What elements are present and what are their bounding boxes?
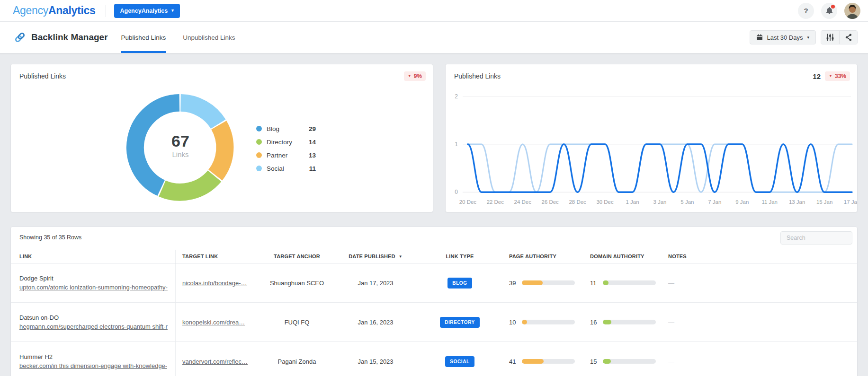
tab-published-links[interactable]: Published Links: [121, 22, 166, 53]
chevron-down-icon: ▾: [171, 9, 174, 13]
page-title: Backlink Manager: [31, 32, 108, 43]
target-link[interactable]: vandervort.com/reflec…: [182, 358, 248, 365]
table-row: Dodge Spirit upton.com/atomic ionization…: [11, 263, 857, 303]
date-range-button[interactable]: Last 30 Days ▾: [750, 30, 816, 44]
tab-bar: Published Links Unpublished Links: [121, 22, 252, 53]
help-button[interactable]: ?: [798, 3, 814, 19]
target-anchor: FUQI FQ: [285, 319, 310, 326]
line-total-value: 12: [813, 72, 821, 80]
x-axis-tick: 3 Jan: [653, 199, 666, 205]
date-published: Jan 16, 2023: [358, 319, 393, 326]
share-button[interactable]: [839, 31, 857, 44]
sliders-icon: [825, 33, 835, 42]
domain-authority-bar-fill: [603, 280, 608, 285]
published-links-trend-card: Published Links 12 ▼ 33% 21020 Dec22 Dec…: [445, 64, 858, 212]
section-toolbar: Backlink Manager Published Links Unpubli…: [0, 22, 868, 53]
donut-segment-directory[interactable]: [162, 176, 215, 192]
link-name: Hummer H2: [19, 353, 53, 360]
link-type-cell: SOCIAL: [416, 342, 503, 376]
domain-authority-value: 16: [590, 319, 599, 326]
page-authority-value: 10: [509, 319, 518, 326]
table-body: Dodge Spirit upton.com/atomic ionization…: [11, 263, 857, 376]
series-previous-period: [468, 144, 852, 192]
legend-label: Directory: [267, 139, 304, 146]
legend-item-directory[interactable]: Directory14: [256, 135, 316, 149]
target-link[interactable]: nicolas.info/bondage-…: [182, 280, 247, 287]
link-name: Datsun on-DO: [19, 314, 59, 321]
target-anchor-cell: FUQI FQ: [259, 303, 335, 341]
legend-item-social[interactable]: Social11: [256, 162, 316, 175]
column-header-domain-authority[interactable]: DOMAIN AUTHORITY: [584, 250, 662, 263]
column-header-target-anchor[interactable]: TARGET ANCHOR: [259, 250, 335, 263]
donut-segment-social[interactable]: [181, 103, 218, 124]
x-axis-tick: 9 Jan: [735, 199, 749, 205]
date-published: Jan 17, 2023: [358, 280, 393, 287]
sort-desc-icon[interactable]: ▼: [399, 254, 403, 259]
column-header-date-published-label: DATE PUBLISHED: [349, 254, 395, 259]
page-authority-value: 39: [509, 280, 518, 287]
line-card-title: Published Links: [454, 72, 501, 80]
link-url[interactable]: hegmann.com/supercharged electrons-quant…: [19, 323, 168, 330]
notes-value: —: [668, 319, 674, 326]
agencyanalytics-logo[interactable]: AgencyAnalytics: [13, 4, 96, 17]
dashboard-main: Published Links ▼ 9% 67 Links Blog29Dire…: [0, 53, 868, 376]
donut-card-header: Published Links ▼ 9%: [11, 64, 433, 81]
link-url[interactable]: becker.com/in this dimension-engage with…: [19, 362, 167, 369]
series-current-period: [468, 144, 852, 192]
target-link[interactable]: konopelski.com/drea…: [182, 319, 245, 326]
table-header-row: LINK TARGET LINK TARGET ANCHOR DATE PUBL…: [11, 250, 857, 263]
x-axis-tick: 7 Jan: [708, 199, 721, 205]
notes-value: —: [668, 358, 674, 365]
domain-authority-value: 11: [590, 280, 599, 287]
domain-authority-bar-fill: [603, 320, 611, 324]
column-header-domain-authority-label: DOMAIN AUTHORITY: [590, 254, 644, 259]
page-authority-bar: [522, 359, 575, 364]
donut-segment-partner[interactable]: [215, 125, 225, 175]
column-header-link-type[interactable]: LINK TYPE: [416, 250, 503, 263]
link-type-badge: BLOG: [447, 278, 472, 289]
social-dot-icon: [256, 166, 262, 171]
x-axis-tick: 30 Dec: [596, 199, 614, 205]
filter-settings-button[interactable]: [821, 31, 839, 44]
column-header-notes[interactable]: NOTES: [662, 250, 857, 263]
user-avatar[interactable]: [844, 3, 860, 19]
notifications-button[interactable]: [821, 3, 837, 19]
toolbar-button-group: [821, 30, 858, 44]
search-input[interactable]: [780, 231, 852, 245]
logo-part-agency: Agency: [13, 4, 48, 17]
target-anchor: Pagani Zonda: [278, 358, 316, 365]
trend-down-icon: ▼: [408, 74, 412, 78]
y-axis-tick: 0: [455, 189, 458, 195]
donut-card-title: Published Links: [19, 72, 66, 80]
column-header-page-authority[interactable]: PAGE AUTHORITY: [503, 250, 584, 263]
legend-value: 14: [304, 139, 316, 146]
target-link-cell: vandervort.com/reflec…: [176, 342, 259, 376]
logo-divider: [106, 5, 106, 17]
legend-label: Partner: [267, 152, 304, 159]
legend-value: 11: [304, 165, 316, 172]
link-name: Dodge Spirit: [19, 275, 54, 282]
partner-dot-icon: [256, 152, 262, 158]
column-header-link-type-label: LINK TYPE: [446, 254, 474, 259]
column-header-target-link[interactable]: TARGET LINK: [176, 250, 259, 263]
target-link-cell: nicolas.info/bondage-…: [176, 263, 259, 302]
link-url[interactable]: upton.com/atomic ionization-summoning-ho…: [19, 284, 168, 291]
tab-unpublished-links[interactable]: Unpublished Links: [183, 22, 235, 53]
legend-item-blog[interactable]: Blog29: [256, 122, 316, 135]
y-axis-tick: 2: [455, 93, 458, 100]
table-row: Datsun on-DO hegmann.com/supercharged el…: [11, 303, 857, 342]
page-authority-bar: [522, 320, 575, 324]
account-dropdown-button[interactable]: AgencyAnalytics ▾: [114, 4, 180, 18]
legend-value: 29: [304, 125, 316, 132]
legend-item-partner[interactable]: Partner13: [256, 149, 316, 162]
question-mark-icon: ?: [804, 7, 808, 15]
logo-part-analytics: Analytics: [48, 4, 96, 17]
column-header-date-published[interactable]: DATE PUBLISHED ▼: [335, 250, 416, 263]
column-header-notes-label: NOTES: [668, 254, 687, 259]
domain-authority-cell: 11: [584, 263, 662, 302]
column-header-link[interactable]: LINK: [19, 250, 176, 263]
page-authority-cell: 10: [503, 303, 584, 341]
line-change-value: 33%: [835, 73, 846, 79]
published-links-donut-card: Published Links ▼ 9% 67 Links Blog29Dire…: [10, 64, 433, 212]
legend-label: Social: [267, 165, 304, 172]
